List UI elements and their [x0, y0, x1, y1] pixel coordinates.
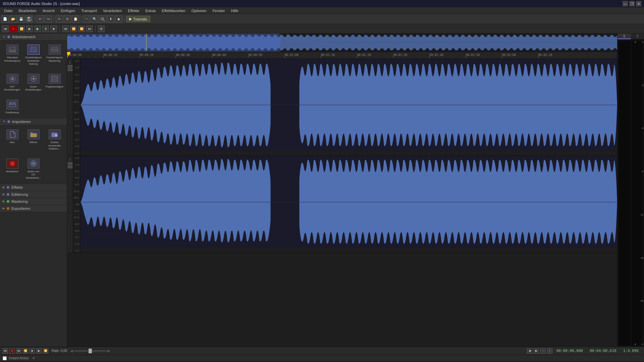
- svg-rect-1: [28, 17, 30, 19]
- svg-rect-25: [52, 77, 53, 81]
- sidebar-arbeitsbereich-grid1: StandardFensterlayout FensterlayoutAudio…: [0, 41, 67, 70]
- menu-hilfe[interactable]: Hilfe: [228, 8, 241, 13]
- menu-verarbeiten[interactable]: Verarbeiten: [100, 8, 124, 13]
- transport-pause[interactable]: ⏸: [42, 25, 49, 32]
- transport-stop[interactable]: ■: [50, 25, 57, 32]
- transport-loop[interactable]: 🔁: [18, 25, 25, 32]
- sidebar-item-aufnahme[interactable]: Aufnahme: [2, 157, 22, 182]
- bottom-rec[interactable]: ●: [9, 348, 15, 354]
- sidebar-item-audiobear-layout[interactable]: FensterlayoutAudiobearbeilung: [23, 43, 44, 68]
- transport-prev[interactable]: ⏮: [62, 25, 69, 32]
- toolbar-peak[interactable]: ⬆: [107, 15, 114, 23]
- offnen-label: Öffnen: [30, 141, 38, 144]
- sidebar-section-header-editierung[interactable]: ▶ Editierung: [0, 191, 67, 198]
- scale-1-6: -12.0: [73, 94, 80, 97]
- sidebar-item-audio-cd[interactable]: Audio vonCDextrahieren...: [23, 157, 44, 182]
- tutorials-button[interactable]: ▶ Tutorials: [126, 16, 150, 22]
- menu-effekte[interactable]: Effekte: [125, 8, 142, 13]
- sidebar-section-header-effekte[interactable]: ▶ Effekte: [0, 184, 67, 191]
- scale-2-13: -2.5: [73, 242, 80, 245]
- svg-rect-9: [12, 50, 15, 52]
- minimize-button[interactable]: —: [623, 1, 628, 6]
- track-2-mute[interactable]: [68, 162, 72, 165]
- menu-effektfavoriten[interactable]: Effektfavoriten: [159, 8, 188, 13]
- track-2-solo[interactable]: [68, 166, 72, 168]
- sidebar-section-header-mastering[interactable]: ▶ Mastering: [0, 198, 67, 205]
- transport-play[interactable]: ▶: [26, 25, 33, 32]
- sidebar-item-audio-einstellungen[interactable]: AudioEinstellungen: [23, 72, 44, 94]
- instant-action-close[interactable]: ✕: [32, 356, 35, 360]
- menu-extras[interactable]: Extras: [143, 8, 158, 13]
- sidebar-item-standard-layout[interactable]: StandardFensterlayout: [2, 43, 22, 68]
- toolbar-open[interactable]: 📂: [9, 15, 17, 23]
- bottom-fwd[interactable]: ⏩: [43, 348, 48, 354]
- track-2-body[interactable]: -1.2 -2.5 -4.1 -6.0 -8.5 -12.0 -18.1 -In…: [73, 156, 617, 253]
- bottom-play[interactable]: ▶: [36, 348, 42, 354]
- transport-record[interactable]: ●: [10, 25, 17, 32]
- transport-play-loop[interactable]: ▶: [34, 25, 41, 32]
- toolbar-zoom-in[interactable]: 🔍: [91, 15, 98, 23]
- track-1-header: 1: [67, 59, 73, 156]
- menu-ansicht[interactable]: Ansicht: [40, 8, 57, 13]
- toolbar-paste[interactable]: 📋: [72, 15, 79, 23]
- transport-next[interactable]: ⏭: [86, 25, 93, 32]
- toolbar-undo[interactable]: ↩: [37, 15, 44, 23]
- sidebar-item-mastering-layout[interactable]: FensterlayoutMastering: [44, 43, 65, 68]
- track-1-body[interactable]: -1.2 -2.5 -4.1 -6.0 -8.5 -12.0 -18.1 -18…: [73, 59, 617, 156]
- neu-icon: [6, 129, 18, 139]
- track-1-solo[interactable]: [68, 68, 72, 71]
- menu-fenster[interactable]: Fenster: [210, 8, 227, 13]
- menu-bearbeiten[interactable]: Bearbeiten: [16, 8, 39, 13]
- toolbar-zoom-out[interactable]: [99, 15, 106, 23]
- menu-datei[interactable]: Datei: [1, 8, 15, 13]
- track-2-number: 2: [68, 157, 71, 162]
- zoom-out-btn[interactable]: −: [540, 348, 546, 354]
- sidebar-item-neu[interactable]: Neu: [2, 127, 22, 153]
- bottom-prev[interactable]: ⏮: [16, 348, 21, 354]
- toolbar-copy[interactable]: ⎘: [64, 15, 71, 23]
- oszilloskop-icon: [6, 100, 18, 110]
- transport-rew[interactable]: ⏪: [70, 25, 77, 32]
- zoom-in-btn[interactable]: +: [547, 348, 552, 354]
- transport-misc[interactable]: ⊞: [98, 25, 105, 32]
- sidebar-section-header-arbeitsbereich[interactable]: ▼ Arbeitsbereich: [0, 34, 67, 41]
- overview-waveform[interactable]: // Will be rendered via CSS/SVG inline: [67, 34, 617, 52]
- toolbar-marker[interactable]: ◆: [115, 15, 122, 23]
- toolbar-cut[interactable]: ✂: [56, 15, 63, 23]
- toolbar-waveform-view[interactable]: 〰: [83, 15, 90, 23]
- bottom-rew[interactable]: ⏪: [23, 348, 28, 354]
- menu-transport[interactable]: Transport: [78, 8, 100, 13]
- toolbar-redo[interactable]: ↪: [45, 15, 52, 23]
- menu-optionen[interactable]: Optionen: [189, 8, 209, 13]
- time-duration: 00:04:00,618: [587, 349, 619, 353]
- svg-rect-30: [30, 133, 36, 137]
- scroll-left[interactable]: ◀: [527, 348, 532, 354]
- toolbar-save-all[interactable]: [25, 15, 33, 23]
- sidebar-item-vst[interactable]: VSTEinstellungen: [2, 72, 22, 94]
- sidebar-item-offnen[interactable]: Öffnen: [23, 127, 44, 153]
- sidebar-item-pegelanzeigen[interactable]: Pegelanzeigen: [44, 72, 65, 94]
- transport-fwd[interactable]: ⏩: [78, 25, 85, 32]
- menu-einfugen[interactable]: Einfügen: [58, 8, 78, 13]
- sidebar-section-header-exportieren[interactable]: ▶ Exportieren: [0, 205, 67, 212]
- rate-slider[interactable]: [73, 350, 107, 352]
- close-button[interactable]: ✕: [636, 1, 641, 6]
- vu-tab-2[interactable]: 2: [631, 34, 644, 39]
- sidebar-item-verwandte-dateien[interactable]: ZuletztverwandteDateien...: [44, 127, 65, 153]
- sidebar-section-header-importieren[interactable]: ▼ Importieren: [0, 118, 67, 125]
- vu-scroll-up[interactable]: ▲: [634, 40, 637, 43]
- scale-2-inf: -Inf: [73, 203, 80, 206]
- instant-action-checkbox[interactable]: [3, 356, 7, 360]
- restore-button[interactable]: ❐: [629, 1, 635, 6]
- sidebar-item-oszilloskop[interactable]: Oszilloskop: [2, 98, 22, 116]
- vu-tab-1[interactable]: 1: [618, 34, 631, 39]
- toolbar-save[interactable]: 💾: [17, 15, 25, 23]
- transport-go-start[interactable]: ⏮: [2, 25, 9, 32]
- scroll-right[interactable]: ▶: [534, 348, 539, 354]
- toolbar-new[interactable]: 📄: [1, 15, 9, 23]
- bottom-go-start[interactable]: ⏮: [3, 348, 8, 354]
- track-1-mute[interactable]: [68, 65, 72, 68]
- bottom-stop[interactable]: ■: [30, 348, 35, 354]
- vu-scroll-down[interactable]: ▼: [634, 343, 637, 346]
- sidebar-section-label-exportieren: Exportieren: [11, 206, 30, 210]
